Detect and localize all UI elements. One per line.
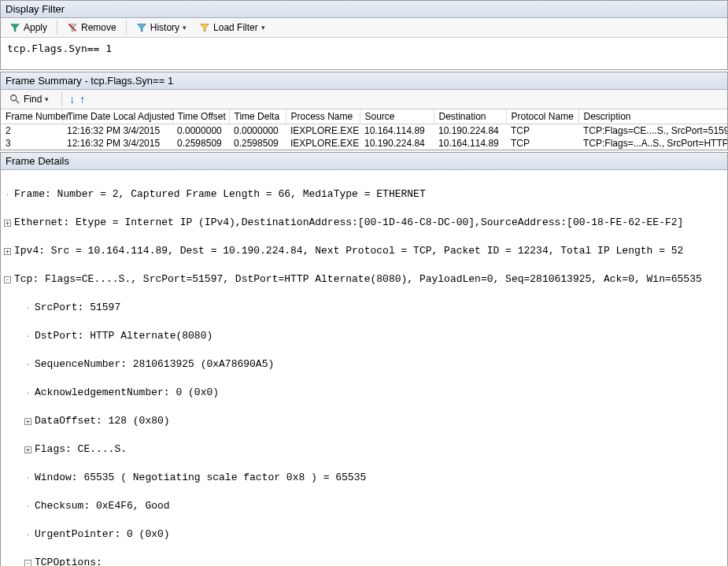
frame-details-title: Frame Details — [1, 153, 727, 170]
cell-source: 10.164.114.89 — [360, 124, 434, 138]
chevron-down-icon: ▾ — [183, 24, 187, 31]
history-icon — [136, 22, 147, 33]
leaf-icon: · — [24, 503, 31, 510]
cell-source: 10.190.224.84 — [360, 137, 434, 150]
separator — [126, 20, 127, 35]
frame-line[interactable]: Frame: Number = 2, Captured Frame Length… — [14, 187, 426, 202]
leaf-icon: · — [24, 475, 31, 482]
apply-button[interactable]: Apply — [4, 20, 53, 35]
leaf-icon: · — [4, 191, 11, 198]
svg-line-2 — [16, 100, 19, 103]
cell-delta: 0.0000000 — [229, 124, 286, 138]
expand-toggle[interactable]: + — [24, 418, 31, 425]
ipv4-line[interactable]: Ipv4: Src = 10.164.114.89, Dest = 10.190… — [14, 244, 683, 258]
cell-description: TCP:Flags=...A..S., SrcPort=HTTP Alterna… — [578, 137, 727, 150]
collapse-toggle[interactable]: - — [24, 560, 31, 567]
flags-line[interactable]: Flags: CE....S. — [35, 442, 127, 457]
leaf-icon: · — [24, 531, 31, 538]
col-process[interactable]: Process Name — [286, 109, 360, 124]
remove-icon — [67, 22, 78, 33]
col-frame-number[interactable]: Frame Number — [1, 109, 62, 124]
up-arrow-button[interactable]: ↑ — [79, 93, 85, 105]
cell-destination: 10.164.114.89 — [434, 137, 506, 150]
remove-button[interactable]: Remove — [61, 20, 122, 35]
leaf-icon: · — [24, 333, 31, 340]
frame-summary-panel: Frame Summary - tcp.Flags.Syn== 1 Find ▾… — [0, 72, 728, 150]
load-filter-label: Load Filter — [213, 22, 258, 33]
find-icon — [9, 94, 20, 105]
filter-text-input[interactable]: tcp.Flags.Syn== 1 — [1, 38, 727, 69]
summary-table-scroll[interactable]: Frame Number Time Date Local Adjusted Ti… — [1, 109, 727, 150]
frame-details-panel: Frame Details ·Frame: Number = 2, Captur… — [0, 152, 728, 566]
filter-toolbar: Apply Remove History ▾ Load Filter ▾ — [1, 18, 727, 38]
history-button[interactable]: History ▾ — [131, 20, 192, 35]
separator — [61, 92, 62, 106]
cell-offset: 0.0000000 — [172, 124, 229, 138]
find-label: Find — [24, 94, 42, 105]
dstport-line[interactable]: DstPort: HTTP Alternate(8080) — [35, 329, 212, 343]
cell-description: TCP:Flags=CE....S., SrcPort=51597, DstPo… — [578, 124, 727, 138]
svg-point-1 — [11, 95, 17, 101]
cell-time: 12:16:32 PM 3/4/2015 — [62, 137, 172, 150]
cell-time: 12:16:32 PM 3/4/2015 — [62, 124, 172, 138]
expand-toggle[interactable]: + — [4, 248, 11, 255]
load-filter-button[interactable]: Load Filter ▾ — [194, 20, 271, 35]
col-delta[interactable]: Time Delta — [229, 109, 286, 124]
find-button[interactable]: Find ▾ — [4, 91, 54, 107]
tcp-line[interactable]: Tcp: Flags=CE....S., SrcPort=51597, DstP… — [14, 272, 702, 287]
frame-summary-title: Frame Summary - tcp.Flags.Syn== 1 — [1, 72, 727, 90]
cell-protocol: TCP — [506, 137, 578, 150]
checksum-line[interactable]: Checksum: 0xE4F6, Good — [35, 499, 170, 513]
seq-line[interactable]: SequenceNumber: 2810613925 (0xA78690A5) — [35, 357, 274, 372]
col-description[interactable]: Description — [578, 109, 727, 124]
find-toolbar: Find ▾ ↓ ↑ — [1, 90, 727, 109]
dataoffset-line[interactable]: DataOffset: 128 (0x80) — [35, 414, 170, 428]
details-tree: ·Frame: Number = 2, Captured Frame Lengt… — [1, 170, 727, 566]
ack-line[interactable]: AcknowledgementNumber: 0 (0x0) — [35, 386, 219, 400]
expand-toggle[interactable]: + — [24, 446, 31, 453]
col-protocol[interactable]: Protocol Name — [506, 109, 578, 124]
leaf-icon: · — [24, 305, 31, 312]
leaf-icon: · — [24, 390, 31, 397]
tcpoptions-line[interactable]: TCPOptions: — [35, 556, 102, 566]
separator — [57, 20, 57, 35]
expand-toggle[interactable]: + — [4, 220, 11, 227]
table-header-row: Frame Number Time Date Local Adjusted Ti… — [1, 109, 727, 124]
cell-delta: 0.2598509 — [229, 137, 286, 150]
col-offset[interactable]: Time Offset — [172, 109, 229, 124]
window-line[interactable]: Window: 65535 ( Negotiating scale factor… — [35, 471, 366, 485]
summary-table: Frame Number Time Date Local Adjusted Ti… — [1, 109, 727, 150]
chevron-down-icon: ▾ — [261, 24, 265, 31]
cell-frame-num: 3 — [1, 137, 62, 150]
remove-label: Remove — [81, 22, 116, 33]
cell-offset: 0.2598509 — [172, 137, 229, 150]
load-filter-icon — [199, 22, 210, 33]
down-arrow-button[interactable]: ↓ — [69, 93, 75, 105]
srcport-line[interactable]: SrcPort: 51597 — [35, 301, 120, 315]
table-row[interactable]: 2 12:16:32 PM 3/4/2015 0.0000000 0.00000… — [1, 124, 727, 138]
urgent-line[interactable]: UrgentPointer: 0 (0x0) — [35, 527, 170, 542]
chevron-down-icon: ▾ — [45, 95, 49, 103]
cell-protocol: TCP — [506, 124, 578, 138]
ethernet-line[interactable]: Ethernet: Etype = Internet IP (IPv4),Des… — [14, 216, 683, 230]
table-row[interactable]: 3 12:16:32 PM 3/4/2015 0.2598509 0.25985… — [1, 137, 727, 150]
display-filter-panel: Display Filter Apply Remove History ▾ Lo… — [0, 0, 728, 70]
col-source[interactable]: Source — [360, 109, 434, 124]
apply-label: Apply — [24, 22, 47, 33]
cell-frame-num: 2 — [1, 124, 62, 138]
col-destination[interactable]: Destination — [434, 109, 506, 124]
cell-process: IEXPLORE.EXE — [286, 124, 360, 138]
collapse-toggle[interactable]: - — [4, 276, 11, 283]
cell-process: IEXPLORE.EXE — [286, 137, 360, 150]
history-label: History — [150, 22, 179, 33]
apply-icon — [9, 22, 20, 33]
leaf-icon: · — [24, 361, 31, 368]
cell-destination: 10.190.224.84 — [434, 124, 506, 138]
col-time[interactable]: Time Date Local Adjusted — [62, 109, 172, 124]
display-filter-title: Display Filter — [1, 1, 727, 18]
